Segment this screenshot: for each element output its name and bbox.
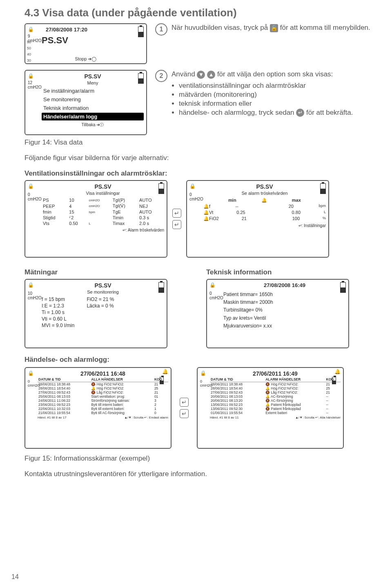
step2-bullets: ventilationsinställningar och alarmtrösk… [172,82,380,117]
battery-icon [158,183,164,194]
device-measurements: 🔒 PS.SV Se monitorering 10 cmH2O f = 15 … [24,279,167,348]
section-heading: 4.3 Visa data (under pågående ventilatio… [24,7,380,19]
log-all-datetime: 27/06/2011 16:48 [38,370,168,377]
lock-icon: 🔒 [28,183,34,189]
step-1-badge: 1 [155,23,167,36]
lock-icon: 🔒 [28,27,34,32]
device-log-all: 🔒 🔔 27/06/2011 16:48 0 cmH2O DATUM & TID… [24,367,172,449]
lock-icon: 🔒 [200,370,206,376]
lock-icon: 🔒 [28,370,34,376]
device-menu-screen: 🔒 12 cmH2O PS.SV Meny Se inställningar/a… [24,70,147,135]
nav-side-buttons[interactable]: ↵↵ [180,367,189,449]
back-label[interactable]: Tillbaka [82,122,96,127]
device-tech-info: 🔒 27/08/2008 16:49 0 cmH2O Patient timma… [206,279,349,348]
menu-item[interactable]: Teknisk information [42,104,144,112]
device-alarm-thresholds: 🔒 PS.SV Se alarm tröskelvärden 0 cmH2O m… [186,180,329,258]
step2-text: Använd ▼ ▲ för att välja den option som … [172,70,380,79]
battery-icon [138,73,144,84]
pressure-value: 9 [28,34,42,38]
menu-item-selected[interactable]: Händelser/alarm logg [42,113,144,120]
figure-15-caption: Figur 15: Informationsskärmar (exempel) [24,454,380,463]
pressure-unit: cmH2O [28,38,42,43]
battery-icon [158,282,164,293]
menu-item[interactable]: Se monitorering [42,96,144,103]
settings-table: PS10cmH2OTgI(P)AUTO PEEP4cmH2OTgI(V̇)NEJ… [42,197,164,226]
datetime: 27/08/2008 17:20 [46,27,144,33]
lock-icon: 🔒 [189,183,196,189]
stop-label: Stopp [75,56,87,61]
log-heading: Händelse- och alarmlogg: [24,356,380,364]
figure-14-caption: Figur 14: Visa data [24,138,147,147]
lock-icon: 🔒 [28,282,34,288]
intro-text: När huvudbilden visas, tryck på 🔓 för at… [172,23,370,33]
closing-text: Kontakta utrustningsleverantören för ytt… [24,470,380,478]
battery-icon [340,282,346,293]
device-log-alarm: 🔒 🔔 27/06/2011 16:49 0 cmH2O DATUM & TID… [197,367,344,449]
down-icon[interactable]: ▼ [197,71,205,79]
device-vent-settings: 🔒 PS.SV Visa inställningar 0 cmH2O PS10c… [24,180,167,258]
enter-icon[interactable]: ↵ [296,109,304,117]
alt-caption: Följande figur visar bilderna för varje … [24,154,380,162]
tech-datetime: 27/08/2008 16:49 [223,282,346,288]
step-2-badge: 2 [155,70,167,82]
lock-icon: 🔒 [209,282,216,288]
measurements-heading: Mätningar [24,268,198,276]
big-mode: PS.SV [42,35,144,46]
nav-side-buttons[interactable]: ↵↵ [172,209,181,229]
log-all-table: DATUM & TIDALLA HÄNDELSERKOD 28/06/2011 … [38,377,168,415]
vent-heading: Ventilationsinställningar och alarmtrösk… [24,169,380,178]
device-main-screen: 🔒 60 50 40 30 27/08/2008 17:20 PS.SV 9 c… [24,23,147,64]
lock-icon: 🔒 [28,73,34,79]
tech-heading: Teknisk information [206,268,380,276]
unlock-icon[interactable]: 🔓 [270,24,278,32]
battery-icon [138,27,144,37]
up-icon[interactable]: ▲ [207,71,215,79]
menu-item[interactable]: Se inställningar/alarm [42,87,144,95]
log-alarm-table: DATUM & TIDALARM HÄNDELSERKOD 28/06/2011… [210,377,341,415]
log-alarm-datetime: 27/06/2011 16:49 [210,370,341,377]
battery-icon [320,183,326,194]
